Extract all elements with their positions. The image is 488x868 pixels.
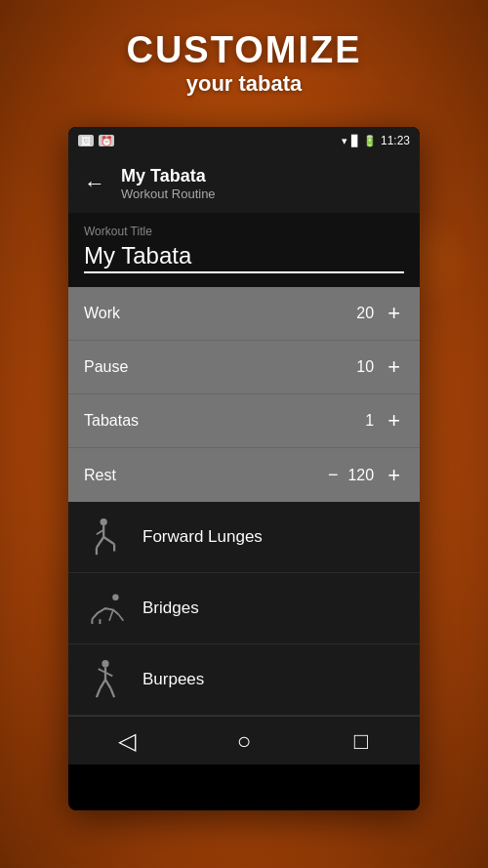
svg-line-19 bbox=[110, 688, 114, 697]
setting-value-work: 20 bbox=[356, 305, 374, 322]
setting-controls-tabatas: 1 + bbox=[365, 406, 404, 435]
setting-value-tabatas: 1 bbox=[365, 412, 374, 430]
exercise-name-bridges: Bridges bbox=[142, 599, 199, 618]
svg-line-16 bbox=[101, 680, 105, 688]
status-icons-right: ▾ ▊ 🔋 11:23 bbox=[342, 134, 410, 147]
svg-line-3 bbox=[97, 537, 103, 548]
svg-point-7 bbox=[112, 595, 118, 600]
svg-point-12 bbox=[102, 660, 108, 667]
nav-recents-button[interactable]: □ bbox=[332, 722, 390, 761]
app-bar-title: My Tabata bbox=[121, 166, 216, 186]
pause-plus-button[interactable]: + bbox=[384, 352, 404, 382]
app-bar-subtitle: Workout Routine bbox=[121, 186, 216, 201]
tabatas-plus-button[interactable]: + bbox=[384, 406, 404, 435]
setting-label-rest: Rest bbox=[84, 467, 116, 484]
setting-row-tabatas: Tabatas 1 + bbox=[68, 394, 420, 448]
exercise-name-burpees: Burpees bbox=[142, 670, 204, 689]
setting-value-rest: 120 bbox=[347, 467, 374, 484]
nav-home-button[interactable]: ○ bbox=[215, 722, 273, 761]
hero-customize-text: CUSTOMIZE bbox=[0, 29, 488, 71]
exercise-item-bridges[interactable]: Bridges bbox=[68, 573, 420, 644]
setting-controls-rest: − 120 + bbox=[328, 461, 404, 490]
exercise-name-lunges: Forward Lunges bbox=[142, 527, 263, 547]
settings-section: Work 20 + Pause 10 + Tabatas 1 + Rest − bbox=[68, 287, 420, 502]
setting-controls-work: 20 + bbox=[356, 299, 404, 328]
status-bar: 🖼 ⏰ ▾ ▊ 🔋 11:23 bbox=[68, 127, 420, 154]
phone-frame: 🖼 ⏰ ▾ ▊ 🔋 11:23 ← My Tabata Workout Rout… bbox=[68, 127, 420, 810]
nav-bar: ◁ ○ □ bbox=[68, 716, 420, 765]
setting-controls-pause: 10 + bbox=[356, 352, 404, 382]
svg-line-10 bbox=[119, 614, 124, 620]
rest-minus-button[interactable]: − bbox=[328, 465, 339, 485]
svg-line-11 bbox=[109, 610, 113, 621]
exercise-item-lunges[interactable]: Forward Lunges bbox=[68, 502, 420, 573]
svg-line-17 bbox=[105, 680, 110, 688]
notification-icon: 🖼 bbox=[78, 135, 94, 146]
workout-title-section: Workout Title bbox=[68, 213, 420, 287]
workout-title-label: Workout Title bbox=[84, 225, 404, 238]
signal-icon: ▊ bbox=[351, 135, 359, 147]
bridges-icon bbox=[84, 587, 127, 630]
nav-back-button[interactable]: ◁ bbox=[98, 722, 156, 761]
lunges-icon bbox=[84, 516, 127, 558]
work-plus-button[interactable]: + bbox=[384, 299, 404, 328]
back-button[interactable]: ← bbox=[84, 171, 105, 196]
setting-row-work: Work 20 + bbox=[68, 287, 420, 341]
app-bar: ← My Tabata Workout Routine bbox=[68, 154, 420, 213]
setting-value-pause: 10 bbox=[356, 358, 374, 376]
setting-label-work: Work bbox=[84, 305, 120, 322]
setting-row-pause: Pause 10 + bbox=[68, 341, 420, 394]
status-time: 11:23 bbox=[381, 134, 410, 147]
setting-label-tabatas: Tabatas bbox=[84, 412, 139, 430]
rest-plus-button[interactable]: + bbox=[384, 461, 404, 490]
svg-line-4 bbox=[103, 537, 114, 544]
hero-subtitle-text: your tabata bbox=[0, 71, 488, 97]
hero-section: CUSTOMIZE your tabata bbox=[0, 29, 488, 97]
svg-point-0 bbox=[101, 518, 107, 525]
burpees-icon bbox=[84, 658, 127, 701]
workout-title-input[interactable] bbox=[84, 242, 404, 273]
battery-icon: 🔋 bbox=[363, 135, 377, 147]
exercise-item-burpees[interactable]: Burpees bbox=[68, 644, 420, 716]
app-bar-titles: My Tabata Workout Routine bbox=[121, 166, 216, 201]
status-icons-left: 🖼 ⏰ bbox=[78, 135, 114, 146]
exercise-list: Forward Lunges Bridges bbox=[68, 502, 420, 716]
svg-line-18 bbox=[97, 688, 101, 697]
alarm-icon: ⏰ bbox=[99, 135, 114, 146]
setting-row-rest: Rest − 120 + bbox=[68, 448, 420, 502]
wifi-icon: ▾ bbox=[342, 135, 347, 147]
setting-label-pause: Pause bbox=[84, 358, 128, 376]
